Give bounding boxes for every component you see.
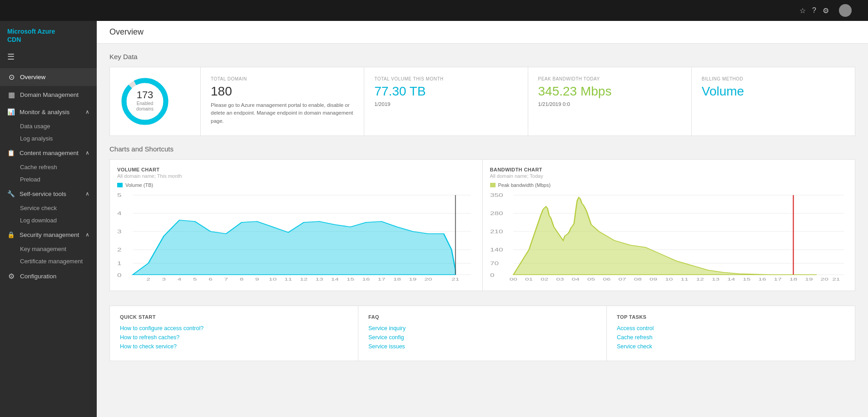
svg-text:2: 2 — [117, 247, 122, 252]
selfservice-icon: 🔧 — [7, 190, 15, 197]
sidebar-item-cert-management[interactable]: Certificate management — [0, 255, 97, 267]
bandwidth-chart-title: BANDWIDTH CHART — [490, 167, 848, 172]
volume-value: 77.30 TB — [374, 84, 517, 99]
sidebar-item-overview[interactable]: ⊙ Overview — [0, 68, 97, 86]
quick-start-title: QUICK START — [120, 314, 348, 320]
quick-start-link-0[interactable]: How to configure access control? — [120, 325, 348, 332]
sidebar-item-monitor[interactable]: 📊 Monitor & analysis ∧ — [0, 104, 97, 120]
sidebar-item-preload[interactable]: Preload — [0, 173, 97, 186]
svg-text:00: 00 — [509, 277, 517, 281]
security-icon: 🔒 — [7, 231, 15, 238]
svg-text:19: 19 — [409, 277, 417, 281]
svg-text:10: 10 — [269, 277, 277, 281]
sidebar-item-log-analysis[interactable]: Log analysis — [0, 132, 97, 145]
bottom-row: QUICK START How to configure access cont… — [109, 306, 855, 361]
quick-start-link-1[interactable]: How to refresh caches? — [120, 334, 348, 341]
sidebar-label-monitor: Monitor & analysis — [20, 109, 69, 116]
svg-text:8: 8 — [240, 277, 244, 281]
help-icon[interactable]: ? — [812, 6, 816, 15]
quick-start-link-2[interactable]: How to check service? — [120, 343, 348, 350]
sidebar-label-content: Content management — [20, 150, 79, 156]
volume-legend-label: Volume (TB) — [125, 182, 153, 188]
svg-text:20: 20 — [424, 277, 432, 281]
monitor-icon: 📊 — [7, 108, 15, 116]
svg-text:4: 4 — [178, 277, 182, 281]
svg-text:20: 20 — [820, 277, 828, 281]
volume-legend: Volume (TB) — [117, 182, 475, 188]
billing-card: BILLING METHOD Volume — [692, 67, 855, 136]
gear-icon[interactable]: ⚙ — [823, 6, 829, 15]
svg-text:1: 1 — [117, 261, 122, 266]
volume-area — [133, 220, 455, 275]
svg-text:2: 2 — [146, 277, 150, 281]
hamburger-button[interactable]: ☰ — [0, 48, 97, 68]
svg-text:13: 13 — [316, 277, 323, 281]
chevron-selfservice-icon: ∧ — [85, 191, 89, 197]
top-tasks-link-2[interactable]: Service check — [617, 343, 845, 350]
key-data-title: Key Data — [109, 53, 855, 60]
volume-chart-svg: 5 4 3 2 1 0 — [117, 191, 475, 281]
sidebar-item-data-usage[interactable]: Data usage — [0, 120, 97, 132]
avatar[interactable] — [839, 4, 852, 17]
bandwidth-card: PEAK BANDWIDTH TODAY 345.23 Mbps 1/21/20… — [528, 67, 692, 136]
quick-start-card: QUICK START How to configure access cont… — [110, 306, 358, 361]
page-title: Overview — [97, 21, 868, 44]
brand: Microsoft Azure CDN — [0, 21, 97, 48]
svg-text:6: 6 — [208, 277, 213, 281]
svg-text:0: 0 — [490, 273, 495, 278]
charts-title: Charts and Shortcuts — [109, 145, 855, 153]
volume-label: TOTAL VOLUME THIS MONTH — [374, 76, 517, 81]
key-data-row: 173 Enabled domains TOTAL DOMAIN 180 Ple… — [109, 67, 855, 136]
svg-text:5: 5 — [117, 193, 122, 198]
domain-icon: ▦ — [7, 90, 15, 99]
charts-section: Charts and Shortcuts VOLUME CHART All do… — [97, 145, 868, 306]
svg-text:9: 9 — [255, 277, 259, 281]
svg-text:7: 7 — [224, 277, 228, 281]
topbar: ☆ ? ⚙ — [0, 0, 868, 21]
sidebar-item-security[interactable]: 🔒 Security management ∧ — [0, 226, 97, 243]
svg-text:domains: domains — [136, 106, 154, 111]
total-domain-card: TOTAL DOMAIN 180 Please go to Azure mana… — [201, 67, 364, 136]
svg-text:04: 04 — [571, 277, 579, 281]
volume-chart-sub: All domain name; This month — [117, 173, 475, 179]
top-tasks-link-0[interactable]: Access control — [617, 325, 845, 332]
sidebar-label-domain: Domain Management — [20, 91, 79, 98]
star-icon[interactable]: ☆ — [799, 6, 806, 15]
top-tasks-link-1[interactable]: Cache refresh — [617, 334, 845, 341]
sidebar-item-cache-refresh[interactable]: Cache refresh — [0, 161, 97, 173]
svg-text:15: 15 — [743, 277, 750, 281]
sidebar-item-service-check[interactable]: Service check — [0, 202, 97, 214]
brand-line1: Microsoft Azure — [7, 28, 55, 35]
bandwidth-chart-svg: 350 280 210 140 70 0 — [490, 191, 848, 281]
svg-text:11: 11 — [680, 277, 688, 281]
sidebar-item-content[interactable]: 📋 Content management ∧ — [0, 145, 97, 161]
svg-text:17: 17 — [774, 277, 781, 281]
sidebar-item-domain-management[interactable]: ▦ Domain Management — [0, 86, 97, 104]
faq-link-2[interactable]: Service issues — [368, 343, 596, 350]
svg-text:14: 14 — [727, 277, 735, 281]
total-domain-label: TOTAL DOMAIN — [211, 76, 354, 81]
bandwidth-legend-color — [490, 183, 496, 187]
svg-text:07: 07 — [618, 277, 626, 281]
svg-text:14: 14 — [331, 277, 339, 281]
main-layout: Microsoft Azure CDN ☰ ⊙ Overview ▦ Domai… — [0, 21, 868, 417]
faq-title: FAQ — [368, 314, 596, 320]
sidebar-item-selfservice[interactable]: 🔧 Self-service tools ∧ — [0, 186, 97, 202]
svg-text:17: 17 — [377, 277, 385, 281]
sidebar-item-config[interactable]: ⚙ Configuration — [0, 267, 97, 285]
sidebar-item-log-download[interactable]: Log download — [0, 214, 97, 226]
faq-link-0[interactable]: Service inquiry — [368, 325, 596, 332]
sidebar-item-key-management[interactable]: Key management — [0, 243, 97, 255]
svg-text:18: 18 — [393, 277, 401, 281]
overview-icon: ⊙ — [7, 73, 15, 81]
faq-link-1[interactable]: Service config — [368, 334, 596, 341]
svg-text:Enabled: Enabled — [137, 101, 154, 106]
svg-text:173: 173 — [137, 89, 154, 100]
svg-text:210: 210 — [490, 229, 503, 234]
svg-text:16: 16 — [758, 277, 766, 281]
sidebar-label-overview: Overview — [20, 74, 45, 80]
volume-card: TOTAL VOLUME THIS MONTH 77.30 TB 1/2019 — [364, 67, 528, 136]
total-domain-desc: Please go to Azure management portal to … — [211, 101, 354, 125]
sidebar-label-config: Configuration — [20, 273, 56, 280]
svg-text:01: 01 — [525, 277, 533, 281]
